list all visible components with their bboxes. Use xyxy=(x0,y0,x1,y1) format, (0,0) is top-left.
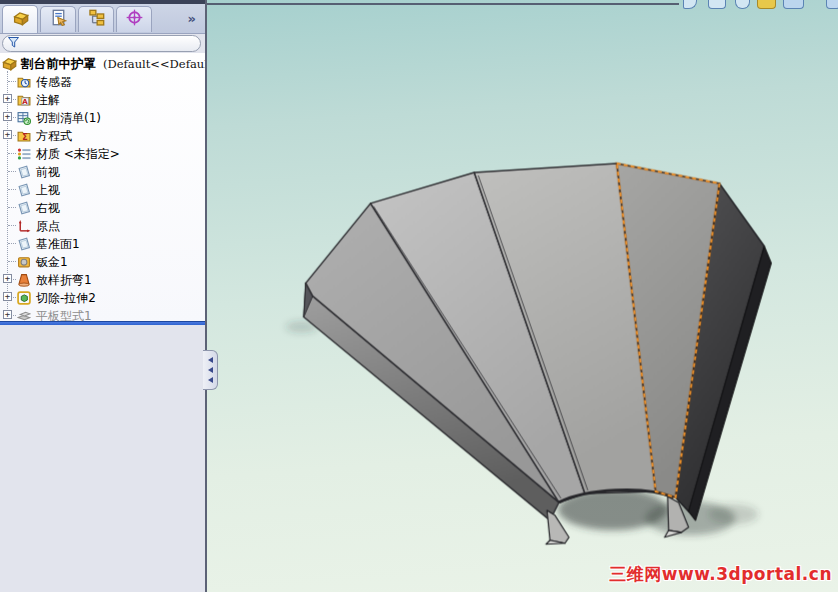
featuremanager-panel: » 割台前中护罩 (Default<<Default 传感器+A注解+切割清单(… xyxy=(0,0,207,592)
tree-item-1[interactable]: +A注解 xyxy=(0,90,205,108)
expand-toggle[interactable]: + xyxy=(3,112,12,121)
watermark-text: 三维网www.3dportal.cn xyxy=(609,563,832,586)
collapse-arrow-icon xyxy=(208,377,213,383)
feature-tree: 割台前中护罩 (Default<<Default 传感器+A注解+切割清单(1)… xyxy=(0,53,205,321)
tree-item-7[interactable]: 右视 xyxy=(0,198,205,216)
tree-item-label: 切除-拉伸2 xyxy=(36,290,96,307)
tree-item-11[interactable]: +放样折弯1 xyxy=(0,270,205,288)
expand-toggle[interactable]: + xyxy=(3,292,12,301)
tree-item-10[interactable]: 钣金1 xyxy=(0,252,205,270)
dimxpert-icon xyxy=(126,9,143,30)
tree-item-3[interactable]: +Σ方程式 xyxy=(0,126,205,144)
expand-toggle[interactable]: + xyxy=(3,130,12,139)
property-icon xyxy=(50,9,67,30)
headsup-icon-fragment[interactable] xyxy=(735,0,750,9)
part-icon xyxy=(1,55,17,71)
sheet-metal-icon xyxy=(17,254,31,268)
origin-icon xyxy=(17,218,31,232)
tree-item-9[interactable]: 基准面1 xyxy=(0,234,205,252)
viewport-top-border xyxy=(207,3,679,5)
expand-toggle[interactable]: + xyxy=(3,274,12,283)
plane-icon xyxy=(17,182,31,196)
tree-item-label: 注解 xyxy=(36,92,60,109)
flat-pattern-icon xyxy=(17,308,31,321)
dimxpertmanager-tab[interactable] xyxy=(116,6,152,32)
tree-connector xyxy=(8,243,16,244)
cut-extrude-icon xyxy=(17,290,31,304)
tree-connector xyxy=(8,261,16,262)
tree-filter-input[interactable] xyxy=(2,35,201,52)
panel-tab-bar: » xyxy=(0,4,205,34)
svg-text:A: A xyxy=(22,98,28,106)
tree-connector xyxy=(8,189,16,190)
tree-item-5[interactable]: 前视 xyxy=(0,162,205,180)
tree-item-label: 放样折弯1 xyxy=(36,272,92,289)
tree-connector xyxy=(8,207,16,208)
graphics-viewport[interactable]: 三维网www.3dportal.cn xyxy=(207,0,838,592)
tab-overflow-chevron[interactable]: » xyxy=(188,12,196,26)
tree-connector xyxy=(8,153,16,154)
propertymanager-tab[interactable] xyxy=(40,6,76,32)
equations-icon: Σ xyxy=(17,128,31,142)
tree-item-2[interactable]: +切割清单(1) xyxy=(0,108,205,126)
tree-connector xyxy=(8,171,16,172)
plane-icon xyxy=(17,236,31,250)
tree-item-label: 右视 xyxy=(36,200,60,217)
cutlist-icon xyxy=(17,110,31,124)
plane-icon xyxy=(17,200,31,214)
tree-item-label: 上视 xyxy=(36,182,60,199)
panel-lower-area xyxy=(0,325,205,592)
feature-tree-items: 传感器+A注解+切割清单(1)+Σ方程式材质 <未指定>前视上视右视原点基准面1… xyxy=(0,72,205,321)
tree-item-label: 传感器 xyxy=(36,74,72,91)
tree-item-4[interactable]: 材质 <未指定> xyxy=(0,144,205,162)
tree-item-label: 平板型式1 xyxy=(36,308,92,321)
tree-item-label: 切割清单(1) xyxy=(36,110,101,127)
tree-item-12[interactable]: +切除-拉伸2 xyxy=(0,288,205,306)
featuremanager-tab[interactable] xyxy=(2,5,38,33)
tree-item-0[interactable]: 传感器 xyxy=(0,72,205,90)
tree-connector xyxy=(8,225,16,226)
collapse-arrow-icon xyxy=(208,367,213,373)
tree-item-label: 方程式 xyxy=(36,128,72,145)
headsup-icon-fragment[interactable] xyxy=(757,0,776,9)
tree-item-8[interactable]: 原点 xyxy=(0,216,205,234)
tree-item-label: 基准面1 xyxy=(36,236,80,253)
headsup-icon-fragment[interactable] xyxy=(708,0,726,9)
part-icon xyxy=(12,9,29,30)
headsup-icon-fragment[interactable] xyxy=(783,0,804,9)
collapse-arrow-icon xyxy=(208,357,213,363)
sensors-icon xyxy=(17,74,31,88)
annotations-icon: A xyxy=(17,92,31,106)
material-icon xyxy=(17,146,31,160)
tree-root-item[interactable]: 割台前中护罩 (Default<<Default xyxy=(0,53,205,72)
lofted-bend-icon xyxy=(17,272,31,286)
headsup-view-toolbar[interactable] xyxy=(677,0,838,10)
tree-root-configuration: (Default<<Default xyxy=(103,57,205,71)
config-icon xyxy=(88,9,105,30)
headsup-icon-fragment[interactable] xyxy=(826,0,838,9)
filter-funnel-icon xyxy=(7,34,20,53)
model-3d-view xyxy=(207,0,838,592)
expand-toggle[interactable]: + xyxy=(3,94,12,103)
tree-item-label: 钣金1 xyxy=(36,254,68,271)
tree-item-label: 原点 xyxy=(36,218,60,235)
svg-text:Σ: Σ xyxy=(22,133,28,142)
tree-root-label: 割台前中护罩 xyxy=(21,56,96,73)
tree-item-label: 材质 <未指定> xyxy=(36,146,120,163)
tree-item-6[interactable]: 上视 xyxy=(0,180,205,198)
plane-icon xyxy=(17,164,31,178)
expand-toggle[interactable]: + xyxy=(3,310,12,319)
tree-connector xyxy=(8,81,16,82)
tree-item-13[interactable]: +平板型式1 xyxy=(0,306,205,321)
tree-item-label: 前视 xyxy=(36,164,60,181)
headsup-icon-fragment[interactable] xyxy=(683,0,697,9)
panel-collapse-handle[interactable] xyxy=(203,350,218,390)
configurationmanager-tab[interactable] xyxy=(78,6,114,32)
